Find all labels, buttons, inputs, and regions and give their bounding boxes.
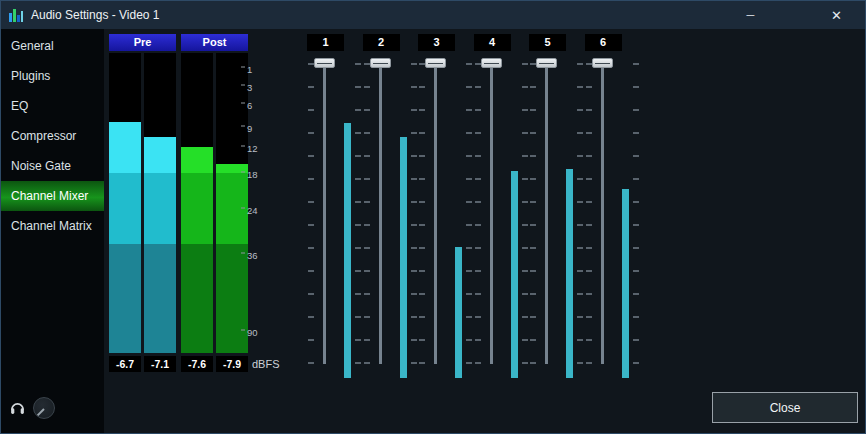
- channel-number: 2: [363, 34, 400, 51]
- sidebar-item-general[interactable]: General: [1, 31, 104, 61]
- channel-strip-6: 6: [576, 34, 640, 380]
- vu-meter: [144, 53, 176, 353]
- sidebar-item-channel-matrix[interactable]: Channel Matrix: [1, 211, 104, 241]
- fader-track[interactable]: [490, 63, 493, 364]
- meter-scale: 13691218243690: [241, 53, 267, 353]
- meter-scale-label: 90: [241, 327, 258, 338]
- fader-handle[interactable]: [370, 58, 391, 68]
- meter-group-label-pre: Pre: [109, 34, 176, 51]
- channel-number: 4: [474, 34, 511, 51]
- channel-strip-5: 5: [520, 34, 584, 380]
- scale-tick: [241, 252, 245, 253]
- sidebar-item-compressor[interactable]: Compressor: [1, 121, 104, 151]
- sidebar: GeneralPluginsEQCompressorNoise GateChan…: [1, 29, 104, 433]
- scale-number: 18: [247, 168, 258, 179]
- fader-handle[interactable]: [536, 58, 557, 68]
- channel-level-fill: [511, 171, 518, 378]
- fader-track[interactable]: [545, 63, 548, 364]
- meter-scale-label: 3: [241, 81, 252, 92]
- scale-number: 24: [247, 204, 258, 215]
- meter-scale-label: 9: [241, 123, 252, 134]
- meter-scale-label: 12: [241, 143, 258, 154]
- channel-level-meter: [400, 63, 407, 378]
- scale-tick: [241, 126, 245, 127]
- close-window-button[interactable]: ✕: [814, 1, 859, 29]
- sidebar-item-plugins[interactable]: Plugins: [1, 61, 104, 91]
- channel-level-fill: [400, 137, 407, 378]
- meter-scale-label: 1: [241, 63, 252, 74]
- fader-ticks-left: [364, 63, 370, 364]
- meter-readout: -7.1: [144, 356, 176, 372]
- channel-level-meter: [511, 63, 518, 378]
- channel-number: 6: [585, 34, 622, 51]
- minimize-button[interactable]: ─: [728, 1, 773, 29]
- scale-number: 36: [247, 249, 258, 260]
- audio-settings-window: Audio Settings - Video 1 ─ ✕ GeneralPlug…: [0, 0, 866, 434]
- meter-scale-label: 18: [241, 168, 258, 179]
- meter-scale-label: 24: [241, 204, 258, 215]
- sidebar-item-label: Channel Mixer: [11, 189, 88, 203]
- vu-meter-unlit: [144, 53, 176, 137]
- fader-ticks-left: [419, 63, 425, 364]
- sidebar-item-label: Compressor: [11, 129, 76, 143]
- scale-tick: [241, 171, 245, 172]
- fader-track[interactable]: [379, 63, 382, 364]
- dbfs-unit-label: dBFS: [252, 358, 280, 370]
- sidebar-item-eq[interactable]: EQ: [1, 91, 104, 121]
- app-icon: [8, 7, 24, 23]
- channel-number: 5: [529, 34, 566, 51]
- vu-meter-unlit: [181, 53, 213, 147]
- headphones-icon[interactable]: [9, 399, 26, 416]
- vu-meter-unlit: [109, 53, 141, 122]
- meter-readout: -7.6: [181, 356, 213, 372]
- sidebar-item-channel-mixer[interactable]: Channel Mixer: [1, 181, 104, 211]
- sidebar-item-noise-gate[interactable]: Noise Gate: [1, 151, 104, 181]
- fader-ticks-right: [633, 63, 639, 364]
- fader-handle[interactable]: [314, 58, 335, 68]
- fader-handle[interactable]: [592, 58, 613, 68]
- titlebar: Audio Settings - Video 1 ─ ✕: [1, 1, 865, 29]
- meter-scale-label: 36: [241, 249, 258, 260]
- vu-meter: [181, 53, 213, 353]
- channel-level-meter: [622, 63, 629, 378]
- close-button[interactable]: Close: [712, 392, 858, 423]
- channel-level-meter: [566, 63, 573, 378]
- channel-level-meter: [344, 63, 351, 378]
- sidebar-item-label: EQ: [11, 99, 28, 113]
- fader-handle[interactable]: [481, 58, 502, 68]
- headphone-volume-knob[interactable]: [33, 397, 55, 419]
- sidebar-item-label: Plugins: [11, 69, 50, 83]
- fader-track[interactable]: [601, 63, 604, 364]
- scale-number: 9: [247, 123, 252, 134]
- channel-number: 1: [307, 34, 344, 51]
- fader-track[interactable]: [434, 63, 437, 364]
- sidebar-item-label: General: [11, 39, 54, 53]
- scale-tick: [241, 146, 245, 147]
- channel-level-fill: [344, 123, 351, 378]
- scale-tick: [241, 66, 245, 67]
- fader-ticks-left: [586, 63, 592, 364]
- channel-level-fill: [455, 247, 462, 378]
- channel-strip-4: 4: [465, 34, 529, 380]
- channel-strip-3: 3: [409, 34, 473, 380]
- meter-scale-label: 6: [241, 99, 252, 110]
- channel-level-meter: [455, 63, 462, 378]
- fader-ticks-left: [530, 63, 536, 364]
- scale-tick: [241, 102, 245, 103]
- meter-group-label-post: Post: [181, 34, 248, 51]
- sidebar-item-label: Noise Gate: [11, 159, 71, 173]
- knob-indicator: [37, 408, 45, 416]
- scale-number: 6: [247, 99, 252, 110]
- scale-number: 90: [247, 327, 258, 338]
- scale-number: 3: [247, 81, 252, 92]
- window-title: Audio Settings - Video 1: [31, 8, 160, 22]
- fader-track[interactable]: [323, 63, 326, 364]
- channel-strip-1: 1: [298, 34, 362, 380]
- channel-number: 3: [418, 34, 455, 51]
- fader-ticks-left: [308, 63, 314, 364]
- channel-strip-2: 2: [354, 34, 418, 380]
- scale-tick: [241, 84, 245, 85]
- fader-handle[interactable]: [425, 58, 446, 68]
- scale-number: 1: [247, 63, 252, 74]
- scale-number: 12: [247, 143, 258, 154]
